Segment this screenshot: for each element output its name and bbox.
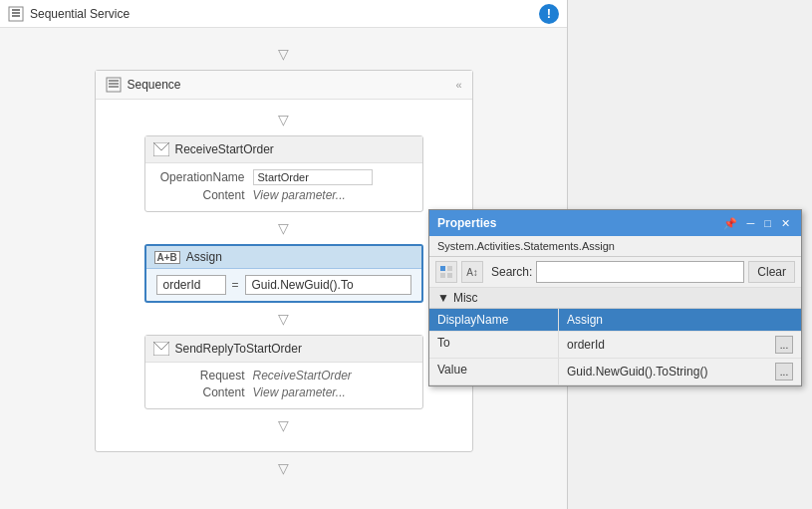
send-reply-icon — [153, 341, 169, 357]
pin-button[interactable]: 📌 — [720, 217, 740, 230]
svg-rect-10 — [440, 266, 445, 271]
display-name-row[interactable]: DisplayName Assign — [429, 309, 801, 332]
properties-toolbar: A↕ Search: Clear — [429, 257, 801, 288]
title-text: Sequential Service — [30, 7, 539, 21]
display-name-label: DisplayName — [429, 309, 559, 331]
group-label: Misc — [453, 291, 478, 305]
connector-3: ▽ — [274, 307, 294, 331]
send-reply-label: SendReplyToStartOrder — [175, 342, 302, 356]
alphabetical-button[interactable]: A↕ — [461, 261, 483, 283]
content-value-2[interactable]: View parameter... — [253, 385, 346, 399]
value-row[interactable]: Value Guid.NewGuid().ToString() ... — [429, 359, 801, 385]
clear-button[interactable]: Clear — [748, 261, 795, 283]
request-label: Request — [155, 369, 245, 382]
connector-4: ▽ — [274, 413, 294, 437]
sequence-header: Sequence « — [96, 71, 472, 100]
search-label: Search: — [491, 265, 532, 279]
value-ellipsis-button[interactable]: ... — [775, 363, 793, 381]
svg-rect-0 — [9, 7, 23, 21]
properties-panel: Properties 📌 ─ □ ✕ System.Activities.Sta… — [428, 209, 802, 386]
connector-1: ▽ — [274, 108, 294, 131]
warning-icon: ! — [539, 4, 559, 24]
expand-icon[interactable]: ▼ — [437, 291, 449, 305]
content-label-2: Content — [155, 385, 245, 399]
send-reply-header: SendReplyToStartOrder — [145, 336, 422, 363]
properties-content: ▼ Misc DisplayName Assign To orderId ...… — [429, 288, 801, 385]
properties-subtitle: System.Activities.Statements.Assign — [429, 236, 801, 257]
minimize-button[interactable]: ─ — [744, 217, 758, 229]
collapse-icon[interactable]: « — [455, 79, 461, 91]
sequence-container[interactable]: Sequence « ▽ Receiv — [95, 70, 473, 452]
title-controls: 📌 ─ □ ✕ — [720, 217, 793, 230]
sequence-label: Sequence — [128, 78, 181, 92]
request-value[interactable]: ReceiveStartOrder — [253, 369, 352, 382]
send-reply-block[interactable]: SendReplyToStartOrder Request ReceiveSta… — [144, 335, 423, 409]
value-label: Value — [429, 359, 559, 384]
operation-name-label: OperationName — [155, 170, 245, 184]
connector-bottom: ▽ — [274, 456, 294, 480]
assign-equals: = — [232, 278, 239, 292]
send-reply-body: Request ReceiveStartOrder Content View p… — [145, 363, 422, 408]
connector-2: ▽ — [274, 216, 294, 240]
sequence-body: ▽ ReceiveStartOrder — [96, 100, 472, 451]
sequential-service-icon — [8, 6, 24, 22]
receive-icon — [153, 141, 169, 157]
assign-block[interactable]: A+B Assign orderId = Guid.NewGuid().To — [144, 244, 423, 303]
content-value-1[interactable]: View parameter... — [253, 188, 346, 202]
to-ellipsis-button[interactable]: ... — [775, 336, 793, 354]
content-label-1: Content — [155, 188, 245, 202]
search-input[interactable] — [536, 261, 744, 283]
properties-title: Properties — [437, 216, 496, 230]
categorized-button[interactable] — [435, 261, 457, 283]
to-label: To — [429, 332, 559, 358]
assign-label: Assign — [186, 250, 222, 264]
properties-title-bar: Properties 📌 ─ □ ✕ — [429, 210, 801, 236]
misc-group-header: ▼ Misc — [429, 288, 801, 309]
assign-right-field[interactable]: Guid.NewGuid().To — [245, 275, 411, 295]
display-name-value[interactable]: Assign — [559, 309, 801, 331]
to-value[interactable]: orderId ... — [559, 332, 801, 358]
svg-rect-13 — [447, 273, 452, 278]
assign-left-field[interactable]: orderId — [156, 275, 226, 295]
to-row[interactable]: To orderId ... — [429, 332, 801, 359]
close-button[interactable]: ✕ — [778, 217, 793, 230]
value-value[interactable]: Guid.NewGuid().ToString() ... — [559, 359, 801, 384]
svg-rect-12 — [440, 273, 445, 278]
svg-rect-4 — [107, 78, 121, 92]
receive-label: ReceiveStartOrder — [175, 142, 274, 156]
title-bar: Sequential Service ! — [0, 0, 567, 28]
operation-name-value: StartOrder — [253, 169, 373, 185]
svg-rect-11 — [447, 266, 452, 271]
receive-start-order-block[interactable]: ReceiveStartOrder OperationName StartOrd… — [144, 135, 423, 212]
receive-header: ReceiveStartOrder — [145, 136, 422, 163]
sequence-icon — [106, 77, 122, 93]
assign-header: A+B Assign — [146, 246, 421, 269]
receive-body: OperationName StartOrder Content View pa… — [145, 163, 422, 211]
assign-icon: A+B — [154, 251, 180, 264]
connector-arrow-top: ▽ — [274, 42, 294, 66]
restore-button[interactable]: □ — [761, 217, 774, 229]
assign-body: orderId = Guid.NewGuid().To — [146, 269, 421, 301]
